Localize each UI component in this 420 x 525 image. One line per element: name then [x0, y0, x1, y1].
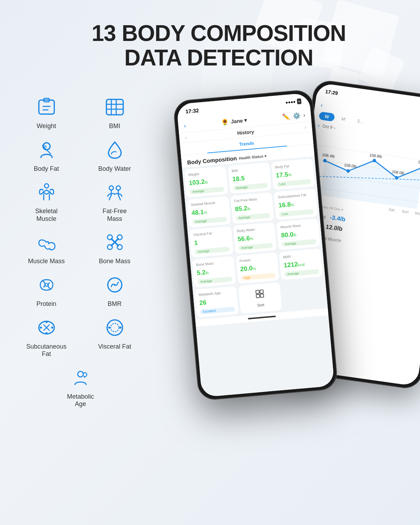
svg-text:108.0lb: 108.0lb [392, 169, 405, 175]
body-water-label: Body Water [98, 165, 131, 173]
back-tab-3[interactable]: 3... [352, 116, 369, 126]
metric-card-subcutaneous-fat[interactable]: Subcutaneous Fat 16.8% Low [274, 189, 317, 220]
svg-point-32 [111, 323, 119, 332]
metric-card-fat-free-mass[interactable]: Fat-Free Mass 85.2lb Average [230, 192, 274, 224]
svg-text:Sun: Sun [401, 209, 409, 214]
bmi-icon [102, 94, 127, 120]
back-phone-back-btn[interactable]: ‹ [320, 102, 323, 109]
metabolic-age-icon [68, 365, 93, 390]
metric-card-body-fat[interactable]: Body Fat 17.5% Low [271, 159, 315, 190]
subcutaneous-fat-icon [34, 315, 59, 340]
sort-card[interactable]: Sort [238, 282, 282, 314]
weight-icon [34, 94, 59, 120]
svg-text:Mon: Mon [415, 211, 420, 216]
back-status-time: 17:29 [325, 89, 338, 96]
health-status-dropdown[interactable]: Health Status ▾ [239, 154, 267, 161]
icon-item-bmi: BMI [82, 94, 147, 130]
svg-point-35 [78, 371, 83, 377]
svg-text:108.4lb: 108.4lb [322, 153, 335, 159]
phones-container: 17:29 ●●●● ▪ ‹ Tre... W M 3... [175, 66, 420, 486]
svg-rect-59 [260, 294, 264, 298]
title-line1: 13 BODY COMPOSITION [92, 21, 346, 46]
metric-card-weight[interactable]: Weight 103.2lb Average [184, 166, 228, 198]
fat-free-mass-icon [102, 180, 127, 205]
back-tab-w[interactable]: W [318, 112, 335, 122]
skeletal-muscle-label: SkeletalMuscle [35, 208, 57, 223]
back-prev-btn[interactable]: ‹ [317, 122, 320, 129]
metric-card-bmi[interactable]: BMI 18.5 Average [228, 162, 272, 194]
icons-grid: Weight BMI % Body Fat [14, 94, 147, 408]
icon-item-body-water: Body Water [82, 137, 147, 173]
sort-label: Sort [257, 302, 264, 307]
svg-rect-56 [256, 290, 259, 294]
icon-item-body-fat: % Body Fat [14, 137, 79, 173]
svg-point-14 [116, 186, 120, 190]
protein-label: Protein [36, 300, 56, 308]
lowest-value: 12.0lb [325, 223, 343, 233]
svg-point-23 [45, 284, 48, 286]
settings-icon[interactable]: ⚙️ [292, 112, 301, 120]
metric-card-visceral-fat[interactable]: Visceral Fat 1 Average [189, 226, 233, 258]
svg-text:Sat: Sat [388, 207, 395, 212]
icon-item-muscle-mass: Muscle Mass [14, 230, 79, 265]
svg-text:108.0lb: 108.0lb [344, 163, 357, 169]
muscle-mass-label: Muscle Mass [28, 258, 65, 265]
nav-next[interactable]: › [304, 125, 307, 130]
visceral-fat-label: Visceral Fat [98, 343, 131, 351]
icon-item-protein: Protein [14, 272, 79, 308]
muscle-mass-icon [34, 230, 59, 255]
icon-item-bmr: BMR [82, 272, 147, 308]
svg-point-25 [114, 284, 115, 286]
metric-card-bone-mass[interactable]: Bone Mass 5.2lb Average [192, 256, 236, 288]
metric-card-bmr[interactable]: BMR 1212kcal Average [279, 248, 323, 280]
metric-card-muscle-mass[interactable]: Muscle Mass 80.0lb Average [276, 218, 320, 250]
svg-point-33 [108, 327, 110, 329]
back-tab-m[interactable]: M [336, 114, 351, 124]
trends-value: -3.4lb [329, 214, 346, 223]
weight-label: Weight [37, 122, 56, 130]
user-name-label[interactable]: Jane ▾ [231, 117, 247, 125]
body-water-icon [102, 137, 127, 162]
forward-btn[interactable]: › [303, 111, 306, 119]
edit-icon[interactable]: ✏️ [282, 113, 290, 121]
nav-prev[interactable]: › [185, 135, 187, 140]
icon-item-visceral-fat: Visceral Fat [82, 315, 147, 358]
metric-card-skeletal-muscle[interactable]: Skeletal Muscle 48.1% Average [187, 196, 231, 227]
icon-item-skeletal-muscle: SkeletalMuscle [14, 180, 79, 223]
metabolic-age-label: MetabolicAge [67, 393, 94, 408]
svg-rect-4 [106, 99, 123, 115]
metric-card-metabolic-age[interactable]: Metabolic Age 26 Excellent [195, 286, 238, 317]
icon-item-bone-mass: Bone Mass [82, 230, 147, 265]
bmr-icon [102, 272, 127, 298]
metric-card-protein[interactable]: Protein 20.0% High [236, 252, 279, 284]
svg-point-27 [40, 327, 42, 329]
body-fat-icon: % [34, 137, 59, 162]
icon-item-fat-free-mass: Fat-FreeMass [82, 180, 147, 223]
history-tab[interactable]: History [237, 129, 254, 136]
sort-icon [254, 288, 265, 301]
svg-point-13 [109, 186, 113, 190]
icon-item-subcutaneous-fat: SubcutaneousFat [14, 315, 79, 358]
svg-point-29 [46, 321, 48, 323]
visceral-fat-icon [102, 315, 127, 340]
page-title: 13 BODY COMPOSITION DATA DETECTION [18, 21, 420, 70]
icon-item-metabolic-age: MetabolicAge [14, 365, 147, 408]
metric-card-body-water[interactable]: Body Water 56.6% Average [233, 222, 277, 254]
front-status-time: 17:32 [185, 107, 199, 114]
svg-point-34 [119, 327, 121, 329]
fat-free-mass-label: Fat-FreeMass [103, 208, 127, 223]
svg-text:108.8lb: 108.8lb [369, 153, 382, 159]
subcutaneous-fat-label: SubcutaneousFat [26, 343, 66, 358]
bone-mass-label: Bone Mass [99, 258, 130, 265]
svg-rect-58 [256, 294, 260, 298]
skeletal-muscle-icon [34, 180, 59, 205]
body-fat-label: Body Fat [34, 165, 59, 173]
svg-point-12 [44, 184, 49, 188]
svg-point-30 [46, 332, 48, 334]
back-date-range: Oct 9 – [322, 124, 336, 130]
bmr-label: BMR [108, 300, 122, 308]
home-indicator [248, 316, 276, 320]
phone-front: 17:32 ●●●● ▪ ‹ 🌻 Jane ▾ ✏️ ⚙️ [173, 89, 338, 401]
sun-icon: 🌻 [221, 118, 229, 126]
front-back-btn[interactable]: ‹ [184, 122, 187, 130]
